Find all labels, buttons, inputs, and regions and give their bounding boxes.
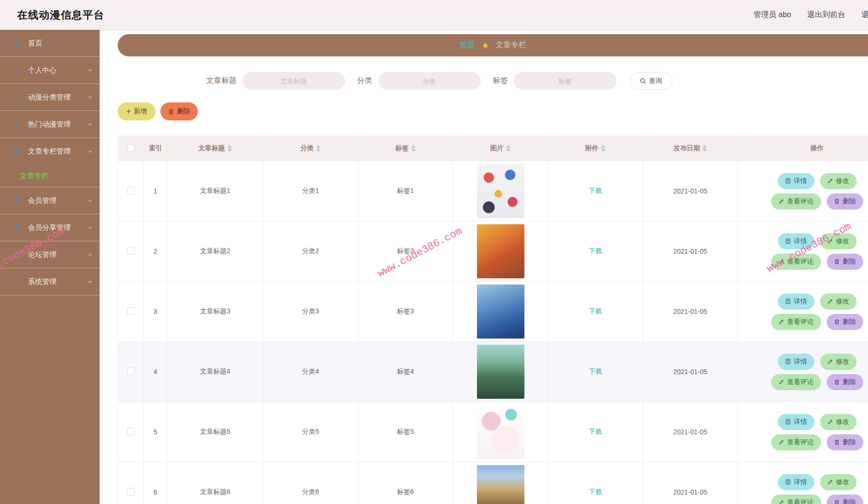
exit-to-front-link[interactable]: 退出到前台: [807, 10, 845, 20]
tag-filter-input[interactable]: [514, 72, 616, 90]
sidebar-subitem-article-column[interactable]: 文章专栏: [0, 165, 100, 187]
cell-index: 1: [144, 161, 168, 221]
category-filter-input[interactable]: [378, 72, 481, 90]
row-delete-button[interactable]: 删除: [827, 495, 863, 504]
view-comments-button[interactable]: 查看评论: [771, 374, 821, 390]
view-comments-button[interactable]: 查看评论: [771, 193, 821, 210]
query-button[interactable]: 查询: [630, 72, 672, 90]
row-delete-button[interactable]: 删除: [827, 254, 863, 270]
article-image[interactable]: [477, 284, 524, 339]
category-filter-label: 分类: [357, 76, 373, 86]
detail-button[interactable]: 详情: [778, 233, 814, 249]
title-filter-input[interactable]: [243, 72, 345, 90]
breadcrumb-home-link[interactable]: 首页: [459, 40, 475, 50]
sidebar-item-hot-anime[interactable]: 热门动漫管理: [0, 111, 100, 138]
download-link[interactable]: 下载: [589, 488, 602, 495]
trash-icon: [834, 439, 840, 445]
col-operations: 操作: [738, 136, 868, 161]
select-all-checkbox[interactable]: [127, 144, 135, 152]
download-link[interactable]: 下载: [589, 247, 602, 255]
row-checkbox[interactable]: [127, 307, 135, 315]
row-delete-button[interactable]: 删除: [827, 374, 863, 390]
cell-index: 3: [144, 282, 168, 342]
sort-icon[interactable]: [411, 145, 416, 152]
cell-title: 文章标题1: [168, 161, 263, 221]
row-checkbox[interactable]: [127, 428, 135, 435]
chevron-down-icon: [87, 279, 93, 284]
delete-button[interactable]: 删除: [160, 102, 198, 120]
cell-tag: 标签6: [358, 462, 453, 504]
col-picture[interactable]: 图片: [453, 136, 548, 161]
sidebar-item-home[interactable]: 首页: [0, 30, 100, 57]
title-filter-label: 文章标题: [206, 76, 237, 86]
row-delete-button[interactable]: 删除: [827, 434, 863, 450]
sort-icon[interactable]: [316, 145, 321, 152]
logout-link[interactable]: 退出登录: [861, 10, 868, 20]
col-title[interactable]: 文章标题: [168, 136, 263, 161]
download-link[interactable]: 下载: [589, 307, 602, 315]
col-category[interactable]: 分类: [263, 136, 358, 161]
cell-date: 2021-01-05: [643, 221, 738, 282]
download-link[interactable]: 下载: [589, 367, 602, 375]
table-header-row: 索引 文章标题 分类 标签 图片 附件 发布日期 操作: [118, 136, 868, 161]
add-button[interactable]: + 新增: [118, 102, 156, 120]
row-checkbox[interactable]: [127, 187, 135, 194]
view-comments-button[interactable]: 查看评论: [771, 314, 821, 330]
sidebar-item-member-mgmt[interactable]: 会员管理: [0, 187, 100, 214]
article-image[interactable]: [477, 224, 524, 278]
sort-icon[interactable]: [702, 145, 707, 152]
col-tag[interactable]: 标签: [358, 136, 453, 161]
briefcase-icon: [12, 223, 22, 232]
pencil-icon: [827, 419, 833, 425]
detail-button[interactable]: 详情: [778, 293, 814, 310]
breadcrumb-current: 文章专栏: [496, 40, 526, 50]
edit-button[interactable]: 修改: [820, 354, 857, 370]
document-icon: [785, 178, 791, 184]
row-checkbox[interactable]: [127, 488, 135, 495]
pencil-icon: [827, 178, 833, 184]
row-checkbox[interactable]: [127, 367, 135, 375]
article-image[interactable]: [477, 164, 524, 218]
row-delete-button[interactable]: 删除: [827, 314, 863, 330]
view-comments-button[interactable]: 查看评论: [771, 254, 821, 270]
col-attachment[interactable]: 附件: [548, 136, 643, 161]
sort-icon[interactable]: [506, 145, 511, 152]
chevron-up-icon: [87, 149, 93, 155]
sidebar-item-member-share-mgmt[interactable]: 会员分享管理: [0, 214, 100, 241]
detail-button[interactable]: 详情: [778, 414, 814, 430]
edit-button[interactable]: 修改: [820, 173, 857, 189]
edit-button[interactable]: 修改: [820, 233, 857, 249]
cell-index: 2: [144, 221, 168, 282]
edit-button[interactable]: 修改: [820, 414, 857, 430]
sidebar-item-personal-center[interactable]: 个人中心: [0, 57, 100, 84]
breadcrumb: 首页 ★ 文章专栏: [118, 34, 868, 56]
search-icon: [640, 78, 646, 84]
sidebar-item-system-mgmt[interactable]: 系统管理: [0, 268, 100, 295]
sidebar-item-anime-category[interactable]: 动漫分类管理: [0, 84, 100, 111]
trash-icon: [834, 258, 840, 265]
sidebar-item-forum-mgmt[interactable]: 论坛管理: [0, 241, 100, 268]
col-date[interactable]: 发布日期: [643, 136, 738, 161]
edit-button[interactable]: 修改: [820, 474, 857, 490]
sidebar-item-article-column-mgmt[interactable]: 文章专栏管理: [0, 138, 100, 165]
detail-button[interactable]: 详情: [778, 474, 814, 490]
view-comments-button[interactable]: 查看评论: [771, 434, 821, 450]
trash-icon: [168, 108, 174, 115]
sort-icon[interactable]: [601, 145, 606, 152]
article-image[interactable]: [477, 345, 524, 399]
download-link[interactable]: 下载: [589, 428, 602, 435]
row-delete-button[interactable]: 删除: [827, 193, 863, 210]
article-image[interactable]: [477, 405, 524, 459]
row-checkbox[interactable]: [127, 247, 135, 255]
detail-button[interactable]: 详情: [778, 173, 814, 189]
detail-button[interactable]: 详情: [778, 354, 814, 370]
download-link[interactable]: 下载: [589, 187, 602, 194]
cell-category: 分类4: [263, 342, 358, 402]
article-image[interactable]: [477, 465, 524, 504]
view-comments-button[interactable]: 查看评论: [771, 495, 821, 504]
pencil-icon: [827, 238, 833, 244]
edit-button[interactable]: 修改: [820, 293, 857, 310]
sort-icon[interactable]: [227, 145, 232, 152]
col-index: 索引: [144, 136, 168, 161]
cell-title: 文章标题5: [168, 402, 263, 462]
